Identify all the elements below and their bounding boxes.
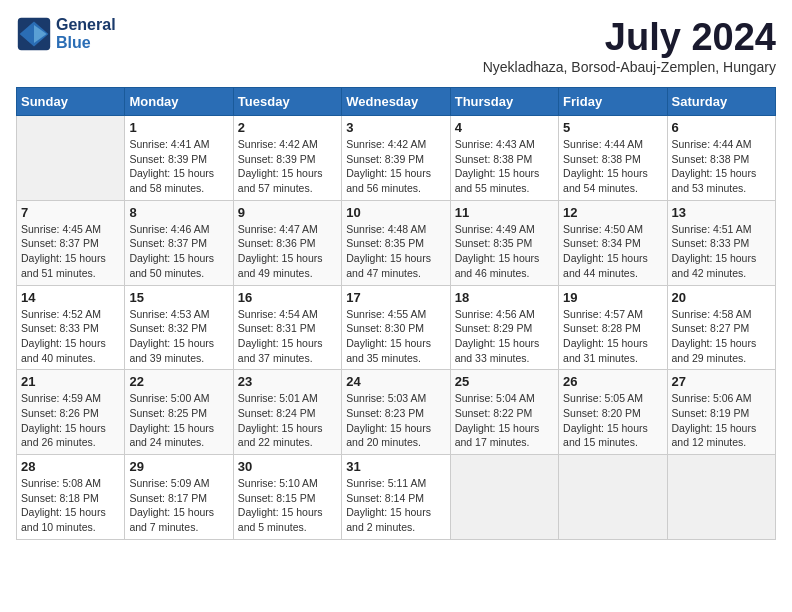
day-info: Sunrise: 5:05 AM Sunset: 8:20 PM Dayligh… xyxy=(563,391,662,450)
day-number: 17 xyxy=(346,290,445,305)
day-number: 9 xyxy=(238,205,337,220)
logo: General Blue xyxy=(16,16,116,52)
day-info: Sunrise: 4:59 AM Sunset: 8:26 PM Dayligh… xyxy=(21,391,120,450)
day-number: 7 xyxy=(21,205,120,220)
day-info: Sunrise: 5:00 AM Sunset: 8:25 PM Dayligh… xyxy=(129,391,228,450)
calendar-cell: 8Sunrise: 4:46 AM Sunset: 8:37 PM Daylig… xyxy=(125,200,233,285)
day-info: Sunrise: 5:10 AM Sunset: 8:15 PM Dayligh… xyxy=(238,476,337,535)
calendar-cell: 17Sunrise: 4:55 AM Sunset: 8:30 PM Dayli… xyxy=(342,285,450,370)
calendar-cell: 15Sunrise: 4:53 AM Sunset: 8:32 PM Dayli… xyxy=(125,285,233,370)
day-number: 6 xyxy=(672,120,771,135)
day-number: 5 xyxy=(563,120,662,135)
day-number: 11 xyxy=(455,205,554,220)
day-info: Sunrise: 4:50 AM Sunset: 8:34 PM Dayligh… xyxy=(563,222,662,281)
calendar-cell: 27Sunrise: 5:06 AM Sunset: 8:19 PM Dayli… xyxy=(667,370,775,455)
week-row-5: 28Sunrise: 5:08 AM Sunset: 8:18 PM Dayli… xyxy=(17,455,776,540)
day-number: 26 xyxy=(563,374,662,389)
day-info: Sunrise: 4:54 AM Sunset: 8:31 PM Dayligh… xyxy=(238,307,337,366)
calendar-cell: 4Sunrise: 4:43 AM Sunset: 8:38 PM Daylig… xyxy=(450,116,558,201)
calendar-cell: 29Sunrise: 5:09 AM Sunset: 8:17 PM Dayli… xyxy=(125,455,233,540)
calendar-cell: 5Sunrise: 4:44 AM Sunset: 8:38 PM Daylig… xyxy=(559,116,667,201)
day-number: 25 xyxy=(455,374,554,389)
day-info: Sunrise: 4:41 AM Sunset: 8:39 PM Dayligh… xyxy=(129,137,228,196)
day-info: Sunrise: 4:56 AM Sunset: 8:29 PM Dayligh… xyxy=(455,307,554,366)
day-info: Sunrise: 4:46 AM Sunset: 8:37 PM Dayligh… xyxy=(129,222,228,281)
calendar-cell: 22Sunrise: 5:00 AM Sunset: 8:25 PM Dayli… xyxy=(125,370,233,455)
day-info: Sunrise: 5:04 AM Sunset: 8:22 PM Dayligh… xyxy=(455,391,554,450)
weekday-header-wednesday: Wednesday xyxy=(342,88,450,116)
title-block: July 2024 Nyekladhaza, Borsod-Abauj-Zemp… xyxy=(483,16,776,83)
calendar-cell: 14Sunrise: 4:52 AM Sunset: 8:33 PM Dayli… xyxy=(17,285,125,370)
day-info: Sunrise: 4:52 AM Sunset: 8:33 PM Dayligh… xyxy=(21,307,120,366)
day-info: Sunrise: 5:06 AM Sunset: 8:19 PM Dayligh… xyxy=(672,391,771,450)
calendar-cell: 19Sunrise: 4:57 AM Sunset: 8:28 PM Dayli… xyxy=(559,285,667,370)
calendar-cell: 18Sunrise: 4:56 AM Sunset: 8:29 PM Dayli… xyxy=(450,285,558,370)
calendar-cell: 28Sunrise: 5:08 AM Sunset: 8:18 PM Dayli… xyxy=(17,455,125,540)
calendar-cell: 6Sunrise: 4:44 AM Sunset: 8:38 PM Daylig… xyxy=(667,116,775,201)
day-info: Sunrise: 4:44 AM Sunset: 8:38 PM Dayligh… xyxy=(563,137,662,196)
calendar-cell: 12Sunrise: 4:50 AM Sunset: 8:34 PM Dayli… xyxy=(559,200,667,285)
calendar-cell: 26Sunrise: 5:05 AM Sunset: 8:20 PM Dayli… xyxy=(559,370,667,455)
day-info: Sunrise: 5:11 AM Sunset: 8:14 PM Dayligh… xyxy=(346,476,445,535)
day-number: 31 xyxy=(346,459,445,474)
day-number: 13 xyxy=(672,205,771,220)
calendar-cell: 3Sunrise: 4:42 AM Sunset: 8:39 PM Daylig… xyxy=(342,116,450,201)
day-info: Sunrise: 4:45 AM Sunset: 8:37 PM Dayligh… xyxy=(21,222,120,281)
calendar-cell: 16Sunrise: 4:54 AM Sunset: 8:31 PM Dayli… xyxy=(233,285,341,370)
day-number: 27 xyxy=(672,374,771,389)
calendar-cell: 21Sunrise: 4:59 AM Sunset: 8:26 PM Dayli… xyxy=(17,370,125,455)
location-subtitle: Nyekladhaza, Borsod-Abauj-Zemplen, Hunga… xyxy=(483,59,776,75)
calendar-cell: 23Sunrise: 5:01 AM Sunset: 8:24 PM Dayli… xyxy=(233,370,341,455)
day-number: 8 xyxy=(129,205,228,220)
calendar-cell: 25Sunrise: 5:04 AM Sunset: 8:22 PM Dayli… xyxy=(450,370,558,455)
day-number: 18 xyxy=(455,290,554,305)
week-row-3: 14Sunrise: 4:52 AM Sunset: 8:33 PM Dayli… xyxy=(17,285,776,370)
day-info: Sunrise: 4:48 AM Sunset: 8:35 PM Dayligh… xyxy=(346,222,445,281)
calendar-cell: 31Sunrise: 5:11 AM Sunset: 8:14 PM Dayli… xyxy=(342,455,450,540)
day-info: Sunrise: 4:57 AM Sunset: 8:28 PM Dayligh… xyxy=(563,307,662,366)
day-info: Sunrise: 4:42 AM Sunset: 8:39 PM Dayligh… xyxy=(346,137,445,196)
month-title: July 2024 xyxy=(483,16,776,59)
weekday-header-friday: Friday xyxy=(559,88,667,116)
day-info: Sunrise: 4:55 AM Sunset: 8:30 PM Dayligh… xyxy=(346,307,445,366)
day-number: 23 xyxy=(238,374,337,389)
day-info: Sunrise: 4:58 AM Sunset: 8:27 PM Dayligh… xyxy=(672,307,771,366)
day-number: 20 xyxy=(672,290,771,305)
logo-text: General Blue xyxy=(56,16,116,52)
calendar-cell: 30Sunrise: 5:10 AM Sunset: 8:15 PM Dayli… xyxy=(233,455,341,540)
calendar-cell: 20Sunrise: 4:58 AM Sunset: 8:27 PM Dayli… xyxy=(667,285,775,370)
day-number: 10 xyxy=(346,205,445,220)
weekday-header-monday: Monday xyxy=(125,88,233,116)
calendar-cell: 13Sunrise: 4:51 AM Sunset: 8:33 PM Dayli… xyxy=(667,200,775,285)
day-number: 19 xyxy=(563,290,662,305)
week-row-1: 1Sunrise: 4:41 AM Sunset: 8:39 PM Daylig… xyxy=(17,116,776,201)
week-row-2: 7Sunrise: 4:45 AM Sunset: 8:37 PM Daylig… xyxy=(17,200,776,285)
calendar-cell: 2Sunrise: 4:42 AM Sunset: 8:39 PM Daylig… xyxy=(233,116,341,201)
day-info: Sunrise: 4:53 AM Sunset: 8:32 PM Dayligh… xyxy=(129,307,228,366)
day-number: 24 xyxy=(346,374,445,389)
day-number: 1 xyxy=(129,120,228,135)
weekday-header-tuesday: Tuesday xyxy=(233,88,341,116)
calendar-cell: 11Sunrise: 4:49 AM Sunset: 8:35 PM Dayli… xyxy=(450,200,558,285)
day-number: 16 xyxy=(238,290,337,305)
day-number: 30 xyxy=(238,459,337,474)
day-info: Sunrise: 4:44 AM Sunset: 8:38 PM Dayligh… xyxy=(672,137,771,196)
calendar-cell: 24Sunrise: 5:03 AM Sunset: 8:23 PM Dayli… xyxy=(342,370,450,455)
day-info: Sunrise: 4:51 AM Sunset: 8:33 PM Dayligh… xyxy=(672,222,771,281)
weekday-header-row: SundayMondayTuesdayWednesdayThursdayFrid… xyxy=(17,88,776,116)
day-info: Sunrise: 4:49 AM Sunset: 8:35 PM Dayligh… xyxy=(455,222,554,281)
day-info: Sunrise: 5:03 AM Sunset: 8:23 PM Dayligh… xyxy=(346,391,445,450)
day-info: Sunrise: 5:09 AM Sunset: 8:17 PM Dayligh… xyxy=(129,476,228,535)
day-number: 3 xyxy=(346,120,445,135)
day-info: Sunrise: 4:43 AM Sunset: 8:38 PM Dayligh… xyxy=(455,137,554,196)
day-number: 12 xyxy=(563,205,662,220)
weekday-header-saturday: Saturday xyxy=(667,88,775,116)
calendar-cell xyxy=(450,455,558,540)
day-number: 4 xyxy=(455,120,554,135)
calendar-cell: 9Sunrise: 4:47 AM Sunset: 8:36 PM Daylig… xyxy=(233,200,341,285)
calendar-table: SundayMondayTuesdayWednesdayThursdayFrid… xyxy=(16,87,776,540)
day-number: 2 xyxy=(238,120,337,135)
logo-icon xyxy=(16,16,52,52)
calendar-cell: 7Sunrise: 4:45 AM Sunset: 8:37 PM Daylig… xyxy=(17,200,125,285)
day-number: 15 xyxy=(129,290,228,305)
